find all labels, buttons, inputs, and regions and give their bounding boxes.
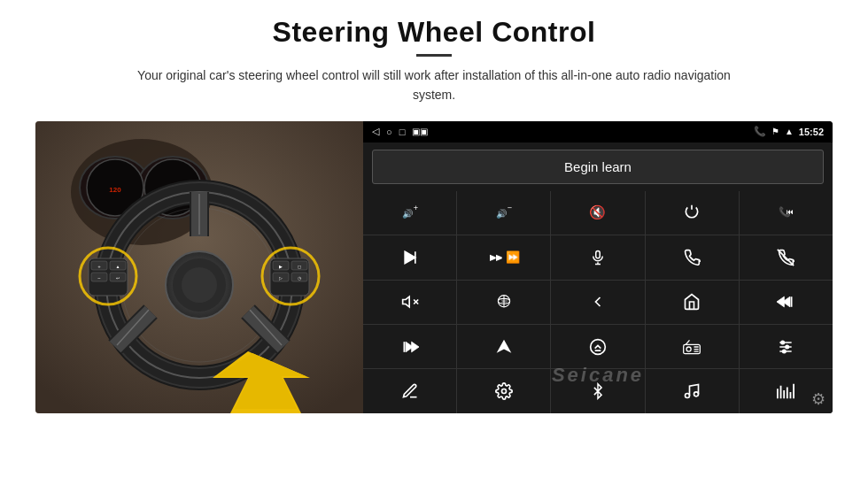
svg-text:120: 120: [109, 186, 121, 194]
svg-text:⏮: ⏮: [787, 207, 794, 216]
edit-button[interactable]: [363, 369, 456, 412]
svg-marker-68: [777, 296, 784, 307]
svg-text:+: +: [97, 264, 101, 269]
svg-point-89: [686, 394, 690, 398]
radio-button[interactable]: [646, 325, 739, 368]
steering-wheel-image: 120: [35, 121, 363, 413]
location-status-icon: ⚑: [771, 127, 779, 136]
speaker-button[interactable]: [363, 281, 456, 324]
svg-point-90: [694, 392, 699, 396]
svg-text:🔊: 🔊: [496, 208, 508, 219]
music-button[interactable]: [646, 369, 739, 412]
page-title: Steering Wheel Control: [124, 16, 744, 49]
controls-grid: 🔊+ 🔊− 🔇 📞⏮: [363, 191, 833, 413]
call-button[interactable]: [646, 235, 739, 279]
svg-text:◻: ◻: [298, 264, 301, 269]
prev-prev-button[interactable]: [740, 281, 833, 324]
gear-settings-icon[interactable]: ⚙: [811, 389, 825, 409]
mic-button[interactable]: [551, 235, 644, 279]
recent-nav-icon[interactable]: □: [399, 127, 406, 137]
svg-rect-56: [596, 250, 601, 258]
subtitle: Your original car's steering wheel contr…: [124, 65, 744, 105]
home-button[interactable]: [646, 281, 739, 324]
svg-point-85: [781, 341, 784, 343]
bluetooth-button[interactable]: [551, 369, 644, 412]
svg-text:▶: ▶: [279, 264, 283, 269]
skip-next-button[interactable]: [363, 325, 456, 368]
eject-button[interactable]: [551, 325, 644, 368]
svg-point-77: [686, 347, 691, 351]
svg-text:360°: 360°: [501, 301, 508, 304]
svg-point-88: [501, 389, 506, 394]
settings2-button[interactable]: [457, 369, 550, 412]
svg-text:▲: ▲: [116, 264, 120, 269]
svg-text:+: +: [413, 204, 417, 213]
svg-marker-71: [411, 342, 418, 352]
svg-point-87: [783, 350, 786, 352]
svg-text:−: −: [507, 204, 511, 213]
prev-track-button[interactable]: 📞⏮: [740, 191, 833, 235]
begin-learn-button[interactable]: Begin learn: [372, 150, 824, 184]
svg-marker-52: [405, 251, 415, 263]
back-nav-button[interactable]: [551, 281, 644, 324]
eq-button[interactable]: [740, 325, 833, 368]
status-left: ◁ ○ □ ▣▣: [372, 126, 428, 137]
end-call-button[interactable]: [740, 235, 833, 279]
svg-point-74: [591, 339, 606, 354]
360-button[interactable]: 360°: [457, 281, 550, 324]
status-right: 📞 ⚑ ▲ 15:52: [754, 126, 824, 137]
svg-marker-73: [496, 339, 511, 352]
page: Steering Wheel Control Your original car…: [0, 0, 868, 485]
home-nav-icon[interactable]: ○: [386, 127, 392, 137]
phone-status-icon: 📞: [754, 126, 766, 137]
vol-down-button[interactable]: 🔊−: [457, 191, 550, 235]
svg-text:⊳⊳: ⊳⊳: [489, 254, 501, 262]
wifi-status-icon: ▲: [785, 127, 794, 136]
back-nav-icon[interactable]: ◁: [372, 126, 379, 137]
begin-learn-row: Begin learn: [363, 142, 833, 191]
title-section: Steering Wheel Control Your original car…: [124, 16, 744, 116]
svg-text:↩: ↩: [116, 275, 120, 281]
vol-up-button[interactable]: 🔊+: [363, 191, 456, 235]
svg-point-86: [786, 345, 788, 348]
signal-icon: ▣▣: [412, 127, 428, 136]
svg-text:🔊: 🔊: [401, 208, 413, 219]
mute-button[interactable]: 🔇: [551, 191, 644, 235]
title-divider: [416, 54, 452, 57]
power-button[interactable]: [646, 191, 739, 235]
svg-line-81: [686, 340, 689, 344]
android-panel: ◁ ○ □ ▣▣ 📞 ⚑ ▲ 15:52 Begin learn: [363, 121, 833, 413]
navigation-button[interactable]: [457, 325, 550, 368]
next-track-button[interactable]: [363, 235, 456, 279]
time-display: 15:52: [799, 127, 824, 137]
svg-marker-60: [402, 296, 409, 307]
content-row: 120: [35, 121, 833, 413]
svg-point-23: [182, 267, 217, 303]
skip-forward-button[interactable]: ⊳⊳ ⏩: [457, 235, 550, 279]
status-bar: ◁ ○ □ ▣▣ 📞 ⚑ ▲ 15:52: [363, 121, 833, 142]
svg-text:▷: ▷: [279, 275, 283, 281]
svg-text:−: −: [97, 275, 101, 281]
